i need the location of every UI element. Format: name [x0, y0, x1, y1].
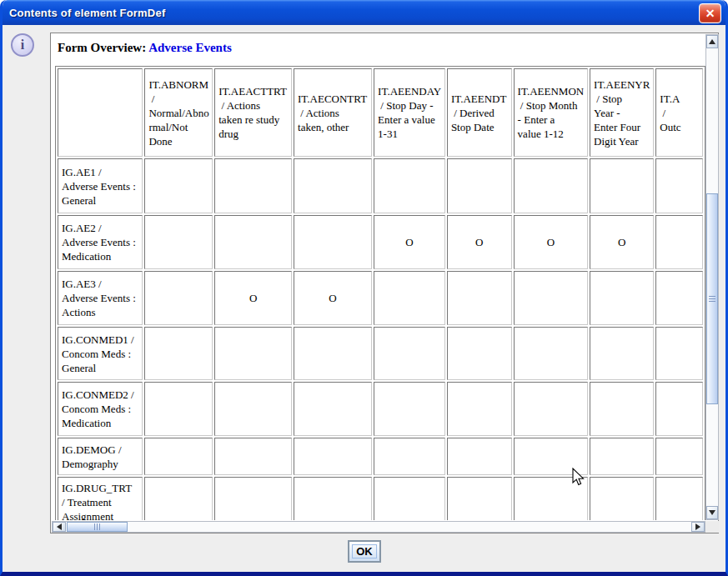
- form-overview-heading: Form Overview: Adverse Events: [52, 34, 705, 61]
- row-header: IG.CONMED2 / Concom Meds : Medication: [58, 382, 143, 436]
- grid-cell: [214, 477, 292, 520]
- grid-cell: [144, 438, 213, 475]
- grid-cell: [447, 158, 512, 213]
- grid-cell: [374, 477, 445, 520]
- window-title: Contents of element FormDef: [3, 7, 165, 19]
- grid-cell: [590, 477, 654, 520]
- table-row: IG.AE1 / Adverse Events : General: [58, 158, 703, 213]
- grid-cell: [294, 477, 372, 520]
- column-header: IT.AEENYR / Stop Year - Enter Four Digit…: [590, 68, 654, 157]
- dialog-content: i Form Overview: Adverse Events IT.ABNOR…: [3, 25, 725, 572]
- vertical-scroll-track[interactable]: [706, 48, 718, 506]
- ok-button[interactable]: OK: [348, 540, 381, 563]
- grid-cell: [214, 158, 292, 213]
- scroll-up-button[interactable]: [706, 35, 718, 48]
- horizontal-scroll-thumb[interactable]: [67, 522, 128, 532]
- grid-cell: [294, 327, 372, 380]
- form-overview-label: Form Overview:: [58, 41, 146, 54]
- scroll-up-icon: [709, 39, 715, 44]
- grid-cell: [590, 327, 654, 380]
- close-button[interactable]: ✕: [699, 3, 721, 23]
- grid-cell: [144, 477, 213, 520]
- grid-cell: [447, 438, 512, 475]
- scroll-left-button[interactable]: [53, 522, 66, 532]
- row-header: IG.AE1 / Adverse Events : General: [58, 158, 143, 213]
- table-row: IG.CONMED1 / Concom Meds : General: [58, 327, 703, 380]
- horizontal-scrollbar[interactable]: [52, 521, 705, 533]
- grid-cell: [144, 327, 213, 380]
- grid-cell: [447, 271, 512, 325]
- grid-cell: [655, 477, 703, 520]
- scroll-right-icon: [695, 523, 700, 530]
- grid-cell: [655, 438, 703, 475]
- form-overview-panel: Form Overview: Adverse Events IT.ABNORM …: [50, 33, 719, 533]
- vertical-scrollbar[interactable]: [705, 34, 719, 520]
- row-header: IG.DRUG_TRT / Treatment Assignment: [58, 477, 143, 520]
- grid-cell: [447, 382, 512, 436]
- column-header: IT.AECONTRT / Actions taken, other: [294, 68, 372, 157]
- grid-cell: O: [514, 215, 588, 269]
- row-header: IG.CONMED1 / Concom Meds : General: [58, 327, 143, 380]
- scroll-viewport: Form Overview: Adverse Events IT.ABNORM …: [52, 34, 705, 520]
- column-header: IT.ABNORM / Normal/Abno rmal/Not Done: [144, 68, 213, 157]
- grid-cell: O: [214, 271, 292, 325]
- grid-cell: [374, 382, 445, 436]
- grid-cell: [144, 215, 213, 269]
- row-header: IG.AE2 / Adverse Events : Medication: [58, 215, 143, 269]
- grid-cell: [294, 215, 372, 269]
- thumb-grip-icon: [709, 296, 715, 302]
- table-row: IG.AE2 / Adverse Events : MedicationOOOO: [58, 215, 703, 269]
- grid-cell: [294, 382, 372, 436]
- scroll-down-button[interactable]: [706, 506, 718, 519]
- scrollbar-corner: [705, 521, 719, 533]
- horizontal-scroll-track[interactable]: [66, 522, 691, 532]
- column-header: IT.AEACTTRT / Actions taken re study dru…: [214, 68, 292, 157]
- grid-cell: [144, 158, 213, 213]
- grid-cell: [590, 158, 654, 213]
- vertical-scroll-thumb[interactable]: [706, 193, 718, 404]
- column-header: IT.AEENDAY / Stop Day - Enter a value 1-…: [374, 68, 445, 157]
- grid-cell: [294, 438, 372, 475]
- grid-cell: O: [374, 215, 445, 269]
- grid-cell: [655, 158, 703, 213]
- grid-cell: [655, 382, 703, 436]
- column-header: IT.A / Outc: [655, 68, 703, 157]
- form-name-link[interactable]: Adverse Events: [148, 41, 232, 54]
- grid-cell: [590, 382, 654, 436]
- row-header: IG.AE3 / Adverse Events : Actions: [58, 271, 143, 325]
- header-row: IT.ABNORM / Normal/Abno rmal/Not DoneIT.…: [58, 68, 703, 157]
- grid-cell: [447, 327, 512, 380]
- grid-cell: [214, 215, 292, 269]
- row-header: IG.DEMOG / Demography: [58, 438, 143, 475]
- grid-cell: [655, 327, 703, 380]
- scroll-left-icon: [57, 523, 62, 530]
- grid-cell: [655, 215, 703, 269]
- grid-cell: [655, 271, 703, 325]
- ok-button-label: OK: [352, 544, 377, 558]
- grid-cell: [294, 158, 372, 213]
- close-icon: ✕: [705, 8, 715, 19]
- grid-cell: [374, 158, 445, 213]
- grid-cell: [514, 158, 588, 213]
- grid-cell: [514, 477, 588, 520]
- grid-cell: [214, 438, 292, 475]
- grid-cell: [374, 271, 445, 325]
- thumb-grip-icon: [94, 523, 100, 530]
- grid-cell: [514, 438, 588, 475]
- info-icon: i: [11, 33, 34, 57]
- grid-cell: [144, 271, 213, 325]
- table-row: IG.DRUG_TRT / Treatment Assignment: [58, 477, 703, 520]
- scroll-down-icon: [709, 510, 715, 515]
- table-row: IG.CONMED2 / Concom Meds : Medication: [58, 382, 703, 436]
- grid-cell: [590, 271, 654, 325]
- dialog-window: Contents of element FormDef ✕ i Form Ove…: [0, 0, 728, 576]
- titlebar[interactable]: Contents of element FormDef ✕: [3, 0, 725, 25]
- table-row: IG.AE3 / Adverse Events : ActionsOO: [58, 271, 703, 325]
- scroll-right-button[interactable]: [691, 522, 705, 532]
- corner-cell: [58, 68, 143, 157]
- table-row: IG.DEMOG / Demography: [58, 438, 703, 475]
- grid-cell: [590, 438, 654, 475]
- grid-cell: [374, 438, 445, 475]
- grid-cell: [447, 477, 512, 520]
- grid-cell: [374, 327, 445, 380]
